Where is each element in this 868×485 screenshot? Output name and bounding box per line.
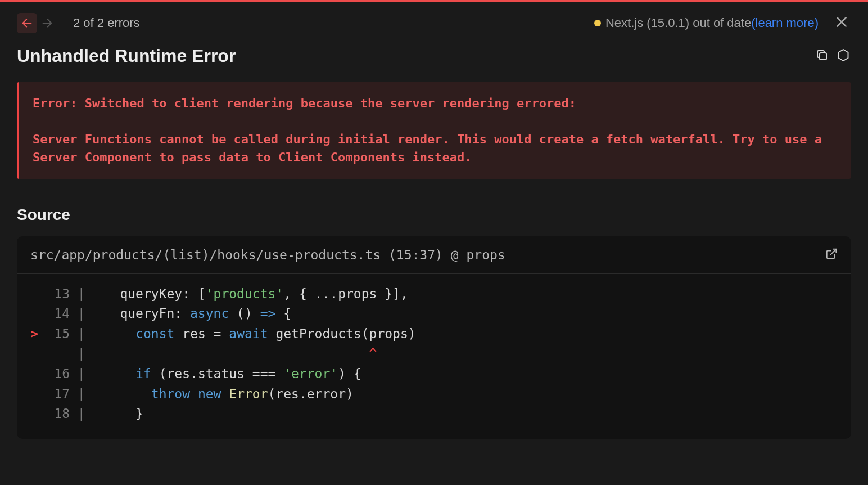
svg-line-5: [830, 249, 836, 255]
source-path: src/app/products/(list)/hooks/use-produc…: [30, 248, 505, 262]
copy-icon: [815, 48, 829, 62]
arrow-right-icon: [41, 17, 53, 29]
open-in-editor-button[interactable]: [825, 248, 838, 262]
code-line: | ^: [30, 344, 838, 364]
code-line: 16 | if (res.status === 'error') {: [30, 364, 838, 384]
overlay-header: 2 of 2 errors Next.js (15.0.1) out of da…: [17, 2, 851, 46]
code-line: 17 | throw new Error(res.error): [30, 384, 838, 405]
status-dot-icon: [594, 20, 601, 26]
svg-rect-4: [820, 53, 826, 60]
close-icon: [834, 15, 849, 29]
prev-error-button[interactable]: [17, 13, 37, 33]
error-nav: [17, 13, 57, 33]
copy-button[interactable]: [814, 47, 830, 65]
error-title: Unhandled Runtime Error: [17, 46, 236, 66]
version-status: Next.js (15.0.1) out of date (learn more…: [594, 16, 819, 30]
code-line: 18 | }: [30, 404, 838, 424]
source-box: src/app/products/(list)/hooks/use-produc…: [17, 236, 851, 439]
nodejs-button[interactable]: [835, 47, 851, 65]
code-line: >15 | const res = await getProducts(prop…: [30, 324, 838, 344]
error-message: Error: Switched to client rendering beca…: [17, 82, 851, 179]
code-block: 13 | queryKey: ['products', { ...props }…: [17, 274, 851, 439]
external-link-icon: [825, 248, 838, 260]
code-line: 13 | queryKey: ['products', { ...props }…: [30, 284, 838, 304]
code-line: 14 | queryFn: async () => {: [30, 304, 838, 324]
source-heading: Source: [17, 206, 851, 224]
next-error-button[interactable]: [37, 13, 57, 33]
learn-more-link[interactable]: (learn more): [751, 16, 819, 30]
close-button[interactable]: [832, 12, 851, 33]
version-text: Next.js (15.0.1) out of date: [605, 16, 751, 30]
error-count: 2 of 2 errors: [73, 16, 140, 30]
arrow-left-icon: [21, 17, 33, 29]
hexagon-icon: [837, 48, 850, 62]
